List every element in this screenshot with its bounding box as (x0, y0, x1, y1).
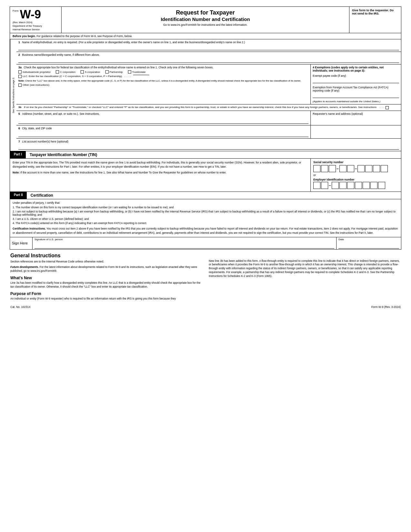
ssn-box8[interactable] (373, 165, 380, 172)
field7-row: 7 List account number(s) here (optional) (16, 139, 401, 151)
other-label: Other (see instructions) (23, 84, 49, 86)
field1-number: 1 (18, 41, 20, 44)
cert-instructions-text: You must cross out item 2 above if you h… (13, 227, 398, 234)
gen-left-col: General Instructions Section references … (10, 253, 202, 303)
cb-3b[interactable] (386, 106, 389, 109)
sign-here-text: Sign Here (12, 241, 30, 245)
cb-partnership-box[interactable] (105, 70, 109, 74)
cert-instructions-para: Certification instructions. You must cro… (13, 227, 398, 235)
field2-number: 2 (18, 53, 20, 56)
ssn-box7[interactable] (365, 165, 372, 172)
cb-scorp-box[interactable] (81, 70, 84, 74)
field3b-row: 3b If on line 3a you checked "Partnershi… (16, 104, 401, 111)
general-instructions: General Instructions Section references … (10, 253, 401, 303)
field7-label: List account number(s) here (optional) (22, 140, 69, 143)
cb-ccorp-label: C corporation (60, 71, 75, 74)
note-text: Check the "LLC" box above and, in the en… (25, 79, 301, 82)
sign-here-label: Sign Here (10, 237, 33, 249)
form-footer: Cat. No. 10231X Form W-9 (Rev. 3-2024) (10, 305, 401, 309)
cb-ccorp[interactable]: C corporation (56, 70, 75, 74)
sign-here-section: Sign Here Signature of U.S. person Date (10, 237, 401, 250)
form-title-url: Go to www.irs.gov/FormW9 for instruction… (65, 23, 346, 26)
ein-box4[interactable] (339, 182, 347, 189)
cb-scorp[interactable]: S corporation (81, 70, 100, 74)
llc-label: LLC. Enter the tax classification (C = C… (23, 75, 122, 78)
ein-box8[interactable] (370, 182, 377, 189)
before-begin: Before you begin. For guidance related t… (10, 33, 401, 39)
cb-llc-box[interactable] (18, 75, 22, 78)
tin-note-text: If the account is in more than one name,… (20, 171, 226, 174)
ein-box2[interactable] (321, 182, 328, 189)
certification-body: Under penalties of perjury, I certify th… (10, 199, 401, 237)
ein-box7[interactable] (363, 182, 370, 189)
ssn-box3[interactable] (329, 165, 336, 172)
footer-form-number: Form W-9 (Rev. 3-2024) (371, 305, 401, 309)
ein-box6[interactable] (355, 182, 362, 189)
ssn-box2[interactable] (321, 165, 328, 172)
header-left: Form W-9 (Rev. March 2024) Department of… (10, 7, 62, 33)
form-word: Form (13, 9, 19, 12)
ein-box3[interactable] (332, 182, 339, 189)
form-body: See Specific Instructions on page 3. 1 N… (10, 39, 401, 151)
ssn-box9[interactable] (381, 165, 388, 172)
ein-box5[interactable] (347, 182, 354, 189)
fatca-label: Exemption from Foreign Account Tax Compl… (313, 86, 399, 92)
future-label: Future developments. (10, 265, 39, 269)
tin-section: Enter your TIN in the appropriate box. T… (10, 159, 401, 192)
cb-other-box[interactable] (18, 84, 22, 87)
field1-input[interactable] (18, 44, 399, 50)
part1-header: Part I Taxpayer Identification Number (T… (10, 151, 401, 159)
cb-partnership[interactable]: Partnership (105, 70, 123, 74)
field2-row: 2 Business name/disregarded entity name,… (16, 52, 401, 64)
cb-individual[interactable]: Individual/sole proprietor (18, 70, 51, 74)
sign-sig-field: Signature of U.S. person (33, 237, 337, 249)
cb-individual-label: Individual/sole proprietor (23, 71, 51, 74)
requester-col: Requester's name and address (optional) (311, 111, 401, 125)
ssn-box1[interactable] (313, 165, 320, 172)
part2-title: Certification (27, 192, 401, 199)
other-row: Other (see instructions) (18, 84, 308, 87)
llc-row: LLC. Enter the tax classification (C = C… (18, 75, 308, 78)
purpose-title: Purpose of Form (10, 291, 202, 296)
field1-label: Name of entity/individual. An entry is r… (22, 41, 245, 44)
cb-trust[interactable]: Trust/estate (128, 70, 146, 74)
exempt-payee-label: Exempt payee code (if any) (313, 74, 399, 77)
tin-left: Enter your TIN in the appropriate box. T… (10, 159, 311, 192)
requester-addr-cont (311, 125, 401, 138)
part1-title: Taxpayer Identification Number (TIN) (26, 151, 401, 158)
ssn-box4[interactable] (339, 165, 347, 172)
whats-new-title: What's New (10, 276, 202, 280)
sign-sig-label: Signature of U.S. person (34, 238, 334, 241)
form-title-sub: Identification Number and Certification (65, 16, 346, 22)
part1-label: Part I (10, 151, 26, 158)
ssn-box6[interactable] (357, 165, 365, 172)
field3a-label: Check the appropriate box for federal ta… (24, 66, 213, 69)
purpose-text: An individual or entity (Form W-9 reques… (10, 297, 202, 301)
sign-fields: Signature of U.S. person Date (33, 237, 401, 249)
date-line[interactable] (338, 241, 399, 249)
cb-ccorp-box[interactable] (56, 70, 59, 74)
ein-box1[interactable] (313, 182, 320, 189)
field5-left: 5 Address (number, street, and apt. or s… (16, 111, 311, 125)
right-col-text: New line 3b has been added to this form.… (209, 259, 401, 278)
cert-item2: 2. I am not subject to backup withholdin… (13, 210, 398, 216)
field3a-number: 3a (18, 66, 22, 69)
ssn-dash2: – (355, 166, 357, 171)
cb-trust-box[interactable] (128, 70, 131, 74)
form-title-main: Request for Taxpayer (65, 9, 346, 16)
field6-left: 6 City, state, and ZIP code (16, 125, 311, 138)
cert-under: Under penalties of perjury, I certify th… (13, 201, 398, 204)
ssn-box5[interactable] (347, 165, 354, 172)
exemptions-header: 4 Exemptions (codes apply only to certai… (313, 66, 399, 72)
part2-header: Part II Certification (10, 192, 401, 199)
field2-input[interactable] (18, 57, 399, 63)
signature-line[interactable] (34, 241, 334, 249)
cb-individual-box[interactable] (18, 70, 22, 74)
before-begin-label: Before you begin. (13, 34, 36, 38)
ein-box9[interactable] (378, 182, 385, 189)
cb-trust-label: Trust/estate (132, 71, 146, 74)
field5-row: 5 Address (number, street, and apt. or s… (16, 111, 401, 125)
field3a-left: 3a Check the appropriate box for federal… (16, 64, 311, 104)
header-right: Give form to the requester. Do not send … (349, 7, 401, 33)
ein-dash1: – (329, 183, 331, 188)
